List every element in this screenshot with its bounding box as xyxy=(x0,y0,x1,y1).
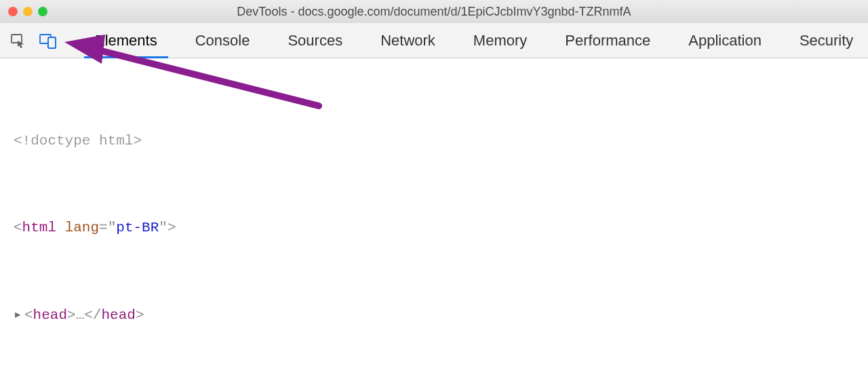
inspector-icons xyxy=(5,23,65,58)
tab-performance[interactable]: Performance xyxy=(546,23,669,58)
tab-label: Sources xyxy=(288,32,342,50)
tab-label: Network xyxy=(380,32,435,50)
device-toolbar-icon[interactable] xyxy=(38,31,58,51)
tab-application[interactable]: Application xyxy=(669,23,781,58)
tab-label: Security xyxy=(800,32,853,50)
maximize-window-button[interactable] xyxy=(38,7,47,16)
tab-label: Application xyxy=(688,32,762,50)
inspect-element-icon[interactable] xyxy=(8,31,28,51)
tab-label: Memory xyxy=(473,32,527,50)
tab-memory[interactable]: Memory xyxy=(454,23,546,58)
window-title: DevTools - docs.google.com/document/d/1E… xyxy=(0,5,868,19)
tab-label: Elements xyxy=(95,32,157,50)
tab-elements[interactable]: Elements xyxy=(76,23,176,58)
close-window-button[interactable] xyxy=(8,7,18,16)
tab-network[interactable]: Network xyxy=(361,23,454,58)
svg-rect-2 xyxy=(48,37,56,48)
tab-label: Performance xyxy=(565,32,650,50)
tab-sources[interactable]: Sources xyxy=(269,23,361,58)
expand-caret-icon[interactable]: ▶ xyxy=(15,304,24,326)
traffic-lights xyxy=(8,7,47,16)
dom-node-head[interactable]: ▶<head>…</head> xyxy=(5,304,860,326)
window-titlebar: DevTools - docs.google.com/document/d/1E… xyxy=(0,0,868,23)
dom-node-html[interactable]: <html lang="pt-BR"> xyxy=(5,217,860,239)
tab-label: Console xyxy=(195,32,250,50)
tab-security[interactable]: Security xyxy=(781,23,868,58)
minimize-window-button[interactable] xyxy=(23,7,33,16)
tab-console[interactable]: Console xyxy=(176,23,269,58)
elements-dom-tree[interactable]: <!doctype html> <html lang="pt-BR"> ▶<he… xyxy=(0,58,868,382)
svg-rect-0 xyxy=(12,35,22,43)
dom-node-doctype[interactable]: <!doctype html> xyxy=(5,130,860,152)
devtools-tabstrip: Elements Console Sources Network Memory … xyxy=(0,23,868,58)
